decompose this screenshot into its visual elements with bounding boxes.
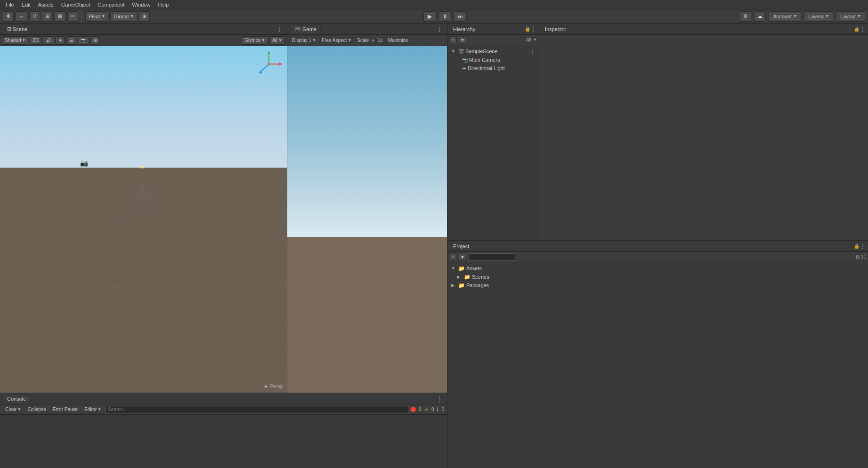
error-pause-button[interactable]: Error Pause (50, 406, 80, 413)
inspector-menu[interactable]: ⋮ (860, 26, 865, 32)
project-add-btn[interactable]: + (449, 253, 457, 261)
project-assets-item[interactable]: ▼ 📁 Assets (447, 264, 868, 273)
game-tab-bar: 🎮 Game ⋮ (287, 24, 447, 35)
tool-extra[interactable]: ⊕ (139, 11, 150, 22)
svg-line-8 (144, 187, 264, 393)
inspector-tab-bar: Inspector 🔒 ⋮ (539, 24, 868, 35)
hierarchy-panel: Hierarchy 🔒 ⋮ + ▼ All ▼ ▼ 🎬 (447, 24, 539, 240)
console-search[interactable] (105, 406, 408, 413)
svg-marker-17 (279, 63, 282, 65)
menu-component[interactable]: Component (94, 0, 128, 9)
hierarchy-main-camera[interactable]: 📷 Main Camera (447, 56, 539, 64)
game-tab[interactable]: 🎮 Game (290, 24, 321, 34)
inspector-lock[interactable]: 🔒 (854, 26, 860, 32)
scale-control[interactable]: Scale ● 1x (355, 38, 384, 43)
game-panel-menu[interactable]: ⋮ (435, 26, 444, 32)
light-icon: ☀ (462, 66, 466, 71)
gizmos-dropdown[interactable]: Gizmos ▼ (242, 36, 268, 45)
pause-button[interactable]: ⏸ (438, 11, 452, 22)
resolution-btn[interactable]: ⊞ (90, 36, 100, 45)
project-search[interactable] (468, 253, 515, 261)
cloud-icon: ☁ (757, 13, 763, 19)
menu-window[interactable]: Window (128, 0, 154, 9)
scenes-folder-icon: 📁 (464, 274, 471, 280)
console-tab[interactable]: Console (3, 394, 30, 403)
shading-dropdown[interactable]: Shaded ▼ (2, 36, 28, 45)
scene-menu[interactable]: ⋮ (529, 48, 535, 55)
aspect-dropdown[interactable]: Free Aspect ▼ (320, 38, 353, 43)
play-controls: ▶ ⏸ ⏭ (152, 11, 738, 22)
scene-panel-menu[interactable]: ⋮ (275, 26, 284, 32)
menu-gameobject[interactable]: GameObject (57, 0, 94, 9)
menu-assets[interactable]: Assets (34, 0, 57, 9)
collapse-button[interactable]: Collapse (25, 406, 49, 413)
display-dropdown[interactable]: Display 1 ▼ (290, 38, 318, 43)
hierarchy-directional-light[interactable]: ☀ Directional Light (447, 64, 539, 73)
scene-settings[interactable]: ☰ (66, 36, 76, 45)
project-packages-item[interactable]: ▶ 📁 Packages (447, 281, 868, 290)
tool-rect[interactable]: ⊠ (55, 11, 65, 22)
tool-move[interactable]: ↔ (16, 11, 27, 22)
global-arrow: ▼ (130, 14, 134, 18)
step-button[interactable]: ⏭ (454, 11, 467, 22)
hierarchy-scene[interactable]: ▼ 🎬 SampleScene ⋮ (447, 47, 539, 56)
pivot-button[interactable]: Pivot ▼ (85, 11, 108, 22)
game-viewport[interactable] (287, 46, 447, 393)
scene-viewport[interactable]: 📷 ✶ (0, 46, 287, 393)
audio-toggle[interactable]: 🔊 (43, 36, 54, 45)
info-count-icon: ℹ (437, 407, 438, 412)
project-tab[interactable]: Project (450, 243, 472, 249)
project-count: ⊞ 11 (856, 254, 866, 259)
hierarchy-add-arrow[interactable]: ▼ (459, 36, 466, 44)
global-button[interactable]: Global ▼ (110, 11, 137, 22)
maximize-toggle[interactable]: Maximize (386, 38, 410, 43)
tool-rotate[interactable]: ↺ (29, 11, 40, 22)
console-toolbar: Clear ▼ Collapse Error Pause Editor ▼ 🛑 … (0, 404, 447, 415)
hierarchy-lock[interactable]: 🔒 (525, 26, 530, 32)
project-scenes-item[interactable]: ▶ 📁 Scenes (447, 273, 868, 281)
tool-scale[interactable]: ⊞ (42, 11, 53, 22)
pivot-arrow: ▼ (101, 14, 105, 18)
cloud-button[interactable]: ☁ (754, 11, 766, 22)
clear-button[interactable]: Clear ▼ (3, 406, 24, 413)
project-add-arrow[interactable]: ▼ (459, 253, 466, 261)
account-button[interactable]: Account ▼ (769, 11, 801, 22)
tool-custom[interactable]: ✂ (67, 11, 78, 22)
scene-camera-object[interactable]: 📷 (80, 159, 88, 167)
hierarchy-add-btn[interactable]: + (449, 36, 457, 44)
toggle-2d[interactable]: 2D (30, 36, 41, 45)
menu-help[interactable]: Help (154, 0, 172, 9)
svg-line-4 (94, 187, 144, 393)
layout-button[interactable]: Layout ▼ (836, 11, 865, 22)
vfx-toggle[interactable]: ✦ (56, 36, 65, 45)
camera-settings[interactable]: 📷 (78, 36, 89, 45)
menu-edit[interactable]: Edit (18, 0, 34, 9)
layers-button[interactable]: Layers ▼ (804, 11, 833, 22)
toolbar-right: ⚙ ☁ Account ▼ Layers ▼ Layout ▼ (740, 11, 865, 22)
svg-line-2 (144, 187, 287, 393)
hierarchy-menu[interactable]: ⋮ (530, 26, 536, 32)
right-top: Hierarchy 🔒 ⋮ + ▼ All ▼ ▼ 🎬 (447, 24, 868, 240)
scene-panel: ⊞ Scene ⋮ Shaded ▼ 2D 🔊 ✦ ☰ 📷 (0, 24, 287, 393)
tool-transform[interactable]: ✥ (3, 11, 14, 22)
game-sky (287, 46, 447, 237)
console-panel-menu[interactable]: ⋮ (435, 395, 444, 402)
scene-axis-gizmo[interactable] (255, 50, 283, 78)
all-layers-dropdown[interactable]: All ▼ (269, 36, 285, 45)
project-lock[interactable]: 🔒 (854, 243, 860, 249)
play-button[interactable]: ▶ (423, 11, 437, 22)
hierarchy-tab[interactable]: Hierarchy (450, 26, 478, 32)
scene-light-object[interactable]: ✶ (139, 163, 145, 172)
toolbar: ✥ ↔ ↺ ⊞ ⊠ ✂ Pivot ▼ Global ▼ ⊕ ▶ ⏸ ⏭ ⚙ ☁… (0, 9, 868, 24)
project-menu[interactable]: ⋮ (860, 243, 865, 250)
menu-file[interactable]: File (2, 0, 18, 9)
hierarchy-all-label[interactable]: All (526, 37, 531, 42)
scene-tab[interactable]: ⊞ Scene (3, 24, 32, 34)
inspector-tab[interactable]: Inspector (542, 26, 569, 32)
scene-icon: 🎬 (458, 49, 464, 54)
inspector-panel: Inspector 🔒 ⋮ (539, 24, 868, 240)
svg-point-20 (268, 63, 270, 65)
settings-button[interactable]: ⚙ (740, 11, 751, 22)
svg-line-7 (24, 187, 144, 393)
editor-dropdown[interactable]: Editor ▼ (82, 406, 104, 413)
